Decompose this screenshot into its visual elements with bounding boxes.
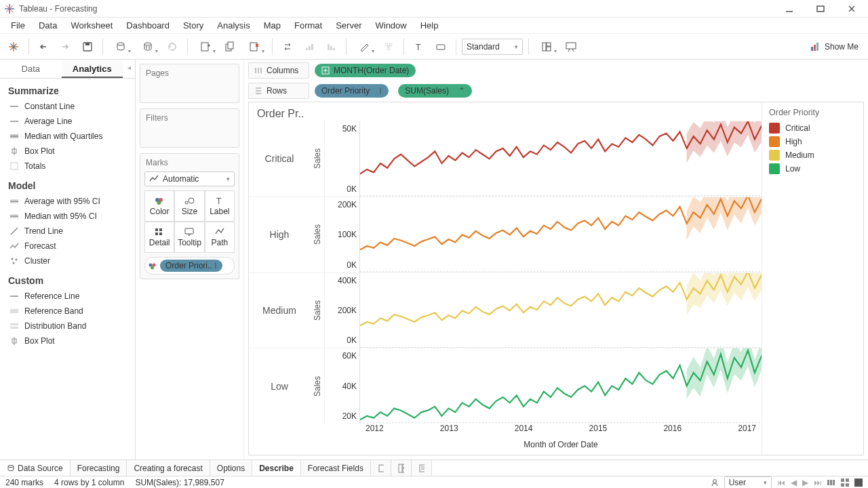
alias-button[interactable] <box>431 37 450 56</box>
menu-file[interactable]: File <box>4 18 32 33</box>
analytics-box-plot-2[interactable]: Box Plot <box>0 333 135 348</box>
tab-view-icon[interactable] <box>854 479 863 487</box>
menu-dashboard[interactable]: Dashboard <box>119 18 176 33</box>
menu-window[interactable]: Window <box>368 18 413 33</box>
analytics-median-quartiles[interactable]: Median with Quartiles <box>0 129 135 144</box>
show-labels-button[interactable]: T <box>410 37 429 56</box>
menu-format[interactable]: Format <box>288 18 329 33</box>
legend-item-high[interactable]: High <box>769 135 856 148</box>
sort-desc-button[interactable] <box>321 37 340 56</box>
plot-area[interactable] <box>360 197 762 272</box>
legend-item-medium[interactable]: Medium <box>769 148 856 162</box>
marks-type-selector[interactable]: Automatic▾ <box>144 171 235 186</box>
side-tab-analytics[interactable]: Analytics <box>62 60 123 78</box>
marks-color-button[interactable]: Color <box>144 190 174 222</box>
analytics-totals[interactable]: Totals <box>0 159 135 174</box>
new-worksheet-button[interactable]: ▾ <box>193 37 218 56</box>
redo-button[interactable] <box>56 37 75 56</box>
minimize-button[interactable] <box>780 2 799 16</box>
analytics-trend-line[interactable]: Trend Line <box>0 224 135 239</box>
refresh-button[interactable] <box>163 37 182 56</box>
legend-item-critical[interactable]: Critical <box>769 121 856 135</box>
save-button[interactable] <box>78 37 97 56</box>
group-button[interactable] <box>379 37 398 56</box>
sheet-tab-options[interactable]: Options <box>210 460 252 476</box>
pause-updates-button[interactable]: ▾ <box>136 37 160 56</box>
nav-next-icon[interactable]: ▶ <box>802 478 808 487</box>
marks-path-button[interactable]: Path <box>205 222 235 253</box>
plot-area[interactable] <box>360 273 762 348</box>
sheet-tab-forecast-fields[interactable]: Forecast Fields <box>301 460 371 476</box>
pill-month-orderdate[interactable]: MONTH(Order Date) <box>315 64 416 77</box>
plot-area[interactable] <box>360 348 762 424</box>
new-story-tab[interactable] <box>412 460 432 476</box>
new-worksheet-tab[interactable] <box>371 460 391 476</box>
user-selector[interactable]: User▾ <box>724 476 772 489</box>
grid-view-icon[interactable] <box>841 479 849 487</box>
filters-card[interactable]: Filters <box>140 108 239 148</box>
sort-asc-button[interactable] <box>300 37 319 56</box>
duplicate-sheet-button[interactable] <box>220 37 239 56</box>
pill-sum-sales[interactable]: SUM(Sales)⌃ <box>398 84 472 98</box>
svg-rect-110 <box>841 483 844 487</box>
marks-pill-order-priority[interactable]: Order Priori.. ⁞ <box>144 257 235 274</box>
nav-first-icon[interactable]: ⏮ <box>777 478 785 487</box>
tableau-start-icon[interactable] <box>4 37 23 56</box>
menu-worksheet[interactable]: Worksheet <box>64 18 119 33</box>
maximize-button[interactable] <box>811 2 830 16</box>
analytics-ref-line[interactable]: Reference Line <box>0 289 135 304</box>
filmstrip-icon[interactable] <box>827 479 835 487</box>
marks-label-button[interactable]: TLabel <box>205 190 235 222</box>
window-title: Tableau - Forecasting <box>19 4 97 14</box>
tab-data-source[interactable]: Data Source <box>0 460 71 476</box>
analytics-forecast[interactable]: Forecast <box>0 239 135 253</box>
sheet-tab-creating-a-forecast[interactable]: Creating a forecast <box>127 460 210 476</box>
svg-rect-112 <box>854 479 863 487</box>
pill-order-priority[interactable]: Order Priority⁞ <box>315 84 389 98</box>
sheet-tab-describe[interactable]: Describe <box>252 460 301 476</box>
analytics-avg-ci[interactable]: Average with 95% CI <box>0 194 135 209</box>
analytics-dist-band[interactable]: Distribution Band <box>0 319 135 333</box>
menu-map[interactable]: Map <box>257 18 288 33</box>
menu-help[interactable]: Help <box>414 18 446 33</box>
presentation-mode-button[interactable] <box>561 37 580 56</box>
plot-area[interactable] <box>360 121 762 197</box>
marks-detail-button[interactable]: Detail <box>144 222 174 253</box>
analytics-average-line[interactable]: Average Line <box>0 114 135 129</box>
line-icon <box>9 117 19 126</box>
nav-prev-icon[interactable]: ◀ <box>791 478 797 487</box>
fit-selector[interactable]: Standard▾ <box>462 39 523 55</box>
menu-data[interactable]: Data <box>32 18 64 33</box>
close-button[interactable] <box>842 2 861 16</box>
show-me-button[interactable]: Show Me <box>804 39 864 55</box>
menu-story[interactable]: Story <box>176 18 210 33</box>
new-dashboard-tab[interactable] <box>391 460 412 476</box>
y-axis-label: Sales <box>310 121 325 197</box>
analytics-constant-line[interactable]: Constant Line <box>0 99 135 114</box>
analytics-ref-band[interactable]: Reference Band <box>0 304 135 319</box>
rows-shelf[interactable]: Rows Order Priority⁞ SUM(Sales)⌃ <box>248 83 864 99</box>
analytics-box-plot[interactable]: Box Plot <box>0 144 135 159</box>
nav-last-icon[interactable]: ⏭ <box>814 478 822 487</box>
menu-analysis[interactable]: Analysis <box>210 18 256 33</box>
summarize-heading: Summarize <box>0 79 135 99</box>
highlight-button[interactable]: ▾ <box>352 37 376 56</box>
sheet-tab-forecasting[interactable]: Forecasting <box>71 460 127 476</box>
undo-button[interactable] <box>35 37 54 56</box>
legend-item-low[interactable]: Low <box>769 162 856 176</box>
marks-tooltip-button[interactable]: Tooltip <box>174 222 204 253</box>
menu-server[interactable]: Server <box>329 18 368 33</box>
marks-size-button[interactable]: Size <box>174 190 204 222</box>
pages-card[interactable]: Pages <box>140 64 239 103</box>
side-tab-expand-icon[interactable]: ◂ <box>123 60 135 78</box>
new-datasource-button[interactable]: ▾ <box>108 37 133 56</box>
automatic-icon <box>149 175 159 183</box>
clear-sheet-button[interactable]: ▾ <box>242 37 267 56</box>
svg-rect-73 <box>155 228 158 231</box>
swap-button[interactable] <box>278 37 297 56</box>
columns-shelf[interactable]: Columns MONTH(Order Date) <box>248 62 864 79</box>
show-hide-cards-button[interactable]: ▾ <box>534 37 559 56</box>
analytics-median-ci[interactable]: Median with 95% CI <box>0 209 135 224</box>
side-tab-data[interactable]: Data <box>0 60 62 78</box>
analytics-cluster[interactable]: Cluster <box>0 253 135 268</box>
